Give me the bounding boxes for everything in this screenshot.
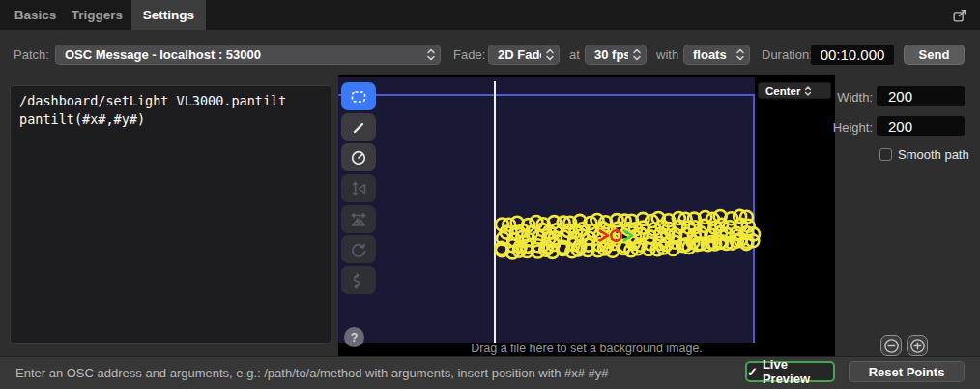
tool-reverse-path-button[interactable] (341, 266, 376, 294)
patch-value: OSC Message - localhost : 53000 (65, 47, 422, 62)
tool-record-timing-button[interactable] (341, 143, 376, 171)
osc-address-input[interactable]: /dashboard/setLight VL3000.pantilt panti… (10, 85, 331, 344)
status-hint: Enter an OSC address and arguments, e.g.… (15, 357, 609, 389)
datatype-value: floats (693, 47, 732, 62)
rotate-ccw-icon (349, 240, 368, 259)
minus-circle-icon (883, 338, 900, 354)
path-canvas-svg[interactable] (338, 75, 835, 356)
path-editor-panel: Center ? Drag a file here to set a backg… (338, 75, 835, 356)
width-input[interactable]: 200 (877, 86, 965, 106)
duration-label: Duration: (762, 47, 813, 63)
align-value: Center (765, 85, 800, 97)
speed-dial-icon (349, 148, 368, 167)
check-icon: ✓ (747, 365, 758, 379)
live-preview-button[interactable]: ✓ Live Preview (745, 361, 835, 382)
open-external-icon (951, 7, 968, 24)
smooth-path-label: Smooth path (898, 147, 969, 162)
flip-vertical-icon (349, 179, 368, 198)
patch-label: Patch: (14, 47, 49, 63)
tab-triggers[interactable]: Triggers (63, 0, 131, 30)
marquee-select-icon (349, 87, 368, 106)
live-preview-label: Live Preview (763, 357, 833, 386)
patch-select[interactable]: OSC Message - localhost : 53000 (55, 45, 441, 65)
tool-draw-button[interactable] (341, 113, 376, 141)
tab-bar: Basics Triggers Settings (0, 0, 980, 30)
tool-flip-horizontal-button[interactable] (341, 205, 376, 233)
reverse-path-icon (349, 271, 368, 290)
width-label: Width: (815, 90, 873, 105)
fade-value: 2D Fade (498, 47, 541, 62)
fps-value: 30 fps (594, 47, 628, 62)
fade-select[interactable]: 2D Fade (488, 45, 560, 65)
stepper-chevrons-icon (804, 85, 812, 97)
tool-rotate-button[interactable] (341, 235, 376, 263)
plus-circle-icon (909, 338, 926, 354)
stepper-chevrons-icon (735, 47, 745, 62)
tab-basics[interactable]: Basics (8, 0, 63, 30)
with-label: with (656, 47, 678, 63)
send-button[interactable]: Send (904, 45, 965, 65)
background-drop-hint: Drag a file here to set a background ima… (338, 342, 835, 355)
flip-horizontal-icon (349, 210, 368, 229)
reset-points-button[interactable]: Reset Points (849, 361, 965, 382)
smooth-path-checkbox[interactable] (879, 148, 892, 161)
osc-message-settings-window: Basics Triggers Settings Patch: OSC Mess… (0, 0, 980, 389)
fps-select[interactable]: 30 fps (585, 45, 647, 65)
height-input[interactable]: 200 (877, 116, 965, 136)
height-label: Height: (815, 120, 873, 135)
tab-settings[interactable]: Settings (131, 0, 206, 30)
duration-input[interactable]: 00:10.000 (811, 45, 894, 65)
stepper-chevrons-icon (426, 47, 436, 62)
minus-button[interactable] (880, 335, 902, 356)
plus-button[interactable] (907, 335, 928, 356)
stepper-chevrons-icon (545, 47, 555, 62)
tool-marquee-select-button[interactable] (341, 82, 376, 110)
pencil-icon (349, 118, 368, 137)
open-external-button[interactable] (949, 5, 970, 26)
datatype-select[interactable]: floats (683, 45, 750, 65)
at-label: at (569, 47, 580, 63)
stepper-chevrons-icon (632, 47, 642, 62)
fade-label: Fade: (453, 47, 485, 63)
tool-flip-vertical-button[interactable] (341, 174, 376, 202)
